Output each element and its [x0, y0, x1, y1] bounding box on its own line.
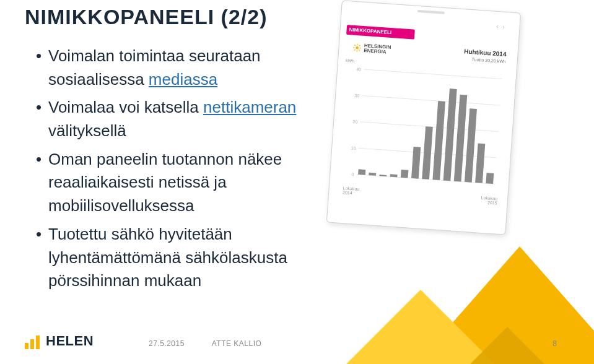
chart-subtitle: Tuotto 20,20 kWh	[472, 57, 506, 64]
svg-rect-26	[432, 101, 445, 180]
svg-line-8	[359, 45, 360, 46]
svg-rect-19	[358, 169, 365, 175]
bullet-text: Tuotettu sähkö hyvitetään lyhentämättömä…	[48, 225, 287, 290]
bullet-item: Voimalaa voi katsella nettikameran välit…	[36, 96, 321, 142]
page-number: 8	[553, 339, 557, 348]
bullet-item: Voimalan toimintaa seurataan sosiaalises…	[36, 45, 321, 91]
svg-line-5	[354, 45, 356, 46]
svg-rect-28	[454, 95, 467, 182]
svg-rect-24	[411, 147, 421, 179]
slide-title: NIMIKKOPANEELI (2/2)	[25, 5, 268, 29]
svg-line-15	[362, 95, 500, 105]
logo-text: HELEN	[46, 333, 94, 349]
svg-rect-23	[401, 170, 409, 178]
bullet-text: Voimalaa voi katsella	[48, 98, 203, 116]
helen-logo: HELEN	[25, 333, 94, 349]
bullet-link[interactable]: mediassa	[149, 70, 217, 89]
phone-mockup: ‹ › NIMIKKOPANEELI HELSINGIN ENERGIA Huh…	[326, 0, 521, 235]
svg-line-17	[364, 69, 502, 79]
bullet-item: Tuotettu sähkö hyvitetään lyhentämättömä…	[36, 223, 321, 293]
x-axis-start: Lokakuu2014	[343, 186, 359, 196]
svg-text:20: 20	[352, 119, 357, 124]
footer-meta: 27.5.2015 ATTE KALLIO	[149, 339, 261, 348]
brand-text: HELSINGIN ENERGIA	[364, 43, 391, 55]
svg-rect-20	[369, 173, 376, 176]
tab-label: NIMIKKOPANEELI	[349, 25, 392, 38]
nav-arrows-icon[interactable]: ‹ ›	[496, 23, 506, 30]
bar-chart: 010203040	[344, 65, 505, 193]
sun-icon	[352, 43, 362, 53]
svg-rect-27	[443, 89, 457, 181]
svg-rect-31	[486, 173, 494, 184]
footer-author: ATTE KALLIO	[212, 339, 262, 348]
svg-text:10: 10	[351, 145, 356, 150]
svg-rect-22	[390, 174, 398, 177]
bullet-list: Voimalan toimintaa seurataan sosiaalises…	[36, 45, 321, 298]
svg-text:40: 40	[356, 67, 361, 72]
svg-text:30: 30	[354, 93, 359, 98]
svg-text:0: 0	[351, 172, 354, 176]
bullet-text: Oman paneelin tuotannon näkee reaaliaika…	[48, 150, 282, 215]
brand-block: HELSINGIN ENERGIA	[352, 43, 391, 55]
bullet-item: Oman paneelin tuotannon näkee reaaliaika…	[36, 148, 321, 218]
bullet-link[interactable]: nettikameran	[203, 98, 296, 116]
phone-handle	[417, 10, 445, 14]
svg-line-7	[354, 50, 356, 51]
svg-point-0	[356, 46, 359, 50]
chart-title: Huhtikuu 2014	[464, 48, 507, 58]
footer-date: 27.5.2015	[149, 339, 185, 348]
logo-bars-icon	[25, 336, 40, 349]
y-axis-unit: kWh	[346, 58, 354, 63]
svg-rect-30	[475, 143, 485, 183]
svg-rect-29	[465, 108, 477, 183]
bullet-text: välityksellä	[48, 121, 126, 140]
svg-line-6	[359, 50, 360, 51]
slide-footer: HELEN 27.5.2015 ATTE KALLIO 8	[0, 321, 594, 364]
